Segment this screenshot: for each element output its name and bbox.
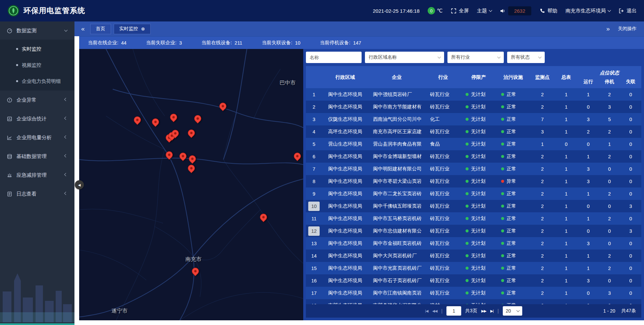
map[interactable]: 巴中市 南充市 遂宁市 ◀ [79,49,303,320]
close-operations-button[interactable]: 关闭操作 [618,26,637,32]
table-row[interactable]: 5 营山生态环境局 营山县润丰肉食品有限 食品 无计划 [306,138,641,150]
table-row[interactable]: 17 阆中生态环境局 阆中市江南镇阆南页岩 砖瓦行业 无计划 [306,287,641,299]
first-page-button[interactable]: |◀ [425,309,428,313]
sidebar-subitem[interactable]: 企业电力负荷明细 [0,73,74,89]
sidebar-item-logs[interactable]: 日志查看 [0,184,74,203]
cell-monitor-count: 2 [530,92,555,97]
header-company: 企业 [368,66,425,88]
page-input[interactable]: 1 [446,306,461,316]
stat-value: 10 [295,40,300,46]
cell-run-count: 3 [578,166,599,172]
table-row[interactable]: 13 阆中生态环境局 阆中市金福旺页岩机砖 砖瓦行业 无计划 [306,237,641,250]
table-row[interactable]: 9 阆中生态环境局 阆中市二龙长宝页岩砖 砖瓦行业 无计划 [306,187,641,200]
table-row[interactable]: 2 阆中生态环境局 阆中市南方节能建材有 砖瓦行业 无计划 [306,101,641,113]
table-row[interactable]: 15 阆中生态环境局 阆中市光富页岩机砖厂 砖瓦行业 无计划 [306,262,641,274]
alert-circle-icon [7,97,12,103]
table-row[interactable]: 1 阆中生态环境局 阆中强锐页岩砖厂 砖瓦行业 无计划 [306,88,641,101]
table-row[interactable]: 4 高坪生态环境局 南充市高坪区王家店建 砖瓦行业 无计划 [306,125,641,138]
scroll-tabs-right-button[interactable]: » [603,25,612,33]
name-filter-input[interactable] [306,52,362,63]
sidebar-submenu: 实时监控 视频监控 企业电力负荷明细 [0,40,74,91]
header-point-status-group: 点位状态 运行 停机 失联 [578,66,641,88]
sidebar-item-emergency[interactable]: 应急减排管理 [0,166,74,184]
sidebar-item-data-monitoring[interactable]: 数据监测 [0,21,74,40]
theme-dropdown[interactable]: 主题 [477,8,492,14]
sidebar-item-power-analysis[interactable]: 企业用电量分析 [0,128,74,147]
sewage-status-dot [501,279,504,282]
cell-stop-count: 3 [599,104,620,110]
logout-icon [619,8,624,14]
map-pin[interactable] [194,115,202,123]
table-row[interactable]: 16 阆中生态环境局 阆中市石子页岩机砖厂 砖瓦行业 无计划 [306,274,641,287]
next-page-button[interactable]: ▶▶ [481,309,486,313]
table-row[interactable]: 8 阆中生态环境局 阆中市枣碧大梁山页岩 砖瓦行业 无计划 [306,175,641,187]
cell-sewage-status: 异常 [496,178,530,184]
fullscreen-button[interactable]: 全屏 [451,8,469,14]
table-row[interactable]: 11 阆中生态环境局 阆中市五马桥页岩机砖 砖瓦行业 无计划 [306,212,641,225]
cell-industry: 砖瓦行业 [425,203,461,209]
table-row[interactable]: 10 阆中生态环境局 阆中千佛镇五郎垭页岩 砖瓦行业 无计划 [306,200,641,212]
map-pin[interactable] [189,155,196,163]
tab-home[interactable]: 首页 [90,24,111,34]
collapse-map-button[interactable]: ◀ [75,180,84,189]
sewage-status-dot [501,105,504,108]
map-pin-icon [292,151,302,161]
cell-stop-count: 3 [599,290,620,296]
map-pin[interactable] [166,151,173,159]
tab-realtime-monitor[interactable]: 实时监控 ⊗ [114,24,151,34]
map-pin[interactable] [152,118,159,126]
table-row[interactable]: 18 南部生态环境局 南部县瑞华水泥有限公 建材 无计划 [306,299,641,304]
database-icon [7,154,12,159]
map-pin[interactable] [188,165,195,173]
chevron-left-icon: ◀ [78,183,81,186]
cell-monitor-count: 2 [530,278,555,283]
map-pin[interactable] [260,214,267,222]
logout-button[interactable]: 退出 [619,8,637,14]
map-pin-icon [187,154,198,164]
point-status-group-title: 点位状态 [578,70,641,76]
map-roads [79,49,303,320]
sidebar-subitem[interactable]: 视频监控 [0,57,74,73]
org-dropdown[interactable]: 南充市生态环境局 [566,8,610,14]
table-row[interactable]: 7 阆中生态环境局 阆中明阳建材有限公司 砖瓦行业 无计划 [306,163,641,175]
map-pin[interactable] [192,268,199,276]
header-sewage: 治污设施 [496,66,530,88]
help-button[interactable]: 帮助 [539,8,557,14]
cell-region: 阆中生态环境局 [322,91,368,98]
sewage-status-dot [501,254,504,257]
map-pin[interactable] [170,114,177,122]
table-row[interactable]: 3 仪陇生态环境局 西南油气田分公司川中 化工 无计划 [306,113,641,125]
stats-icon [7,116,12,122]
chevron-left-icon [64,98,68,101]
sidebar-item-company-statistics[interactable]: 企业综合统计 [0,109,74,128]
map-pin[interactable] [134,116,141,124]
row-index: 6 [308,152,320,161]
pagination-summary: 1 - 20 共47条 [603,308,636,314]
map-pin[interactable] [172,130,179,138]
cell-company: 阆中市金博瑞新型墙材 [368,153,425,160]
close-icon[interactable]: ⊗ [141,26,145,31]
map-pin[interactable] [219,103,227,111]
cell-company: 阆中市枣碧大梁山页岩 [368,178,425,184]
industry-filter-select[interactable]: 所有行业 [447,52,504,63]
map-pin[interactable] [188,129,195,138]
scroll-tabs-left-button[interactable]: « [78,25,88,33]
sidebar-item-base-data[interactable]: 基础数据管理 [0,147,74,166]
region-filter-select[interactable]: 行政区域名称 [365,52,444,63]
status-filter-select[interactable]: 所有状态 [507,52,545,63]
chevron-left-icon [64,154,68,157]
map-pin[interactable] [179,153,187,161]
last-page-button[interactable]: ▶| [490,309,493,313]
table-row[interactable]: 6 阆中生态环境局 阆中市金博瑞新型墙材 砖瓦行业 无计划 [306,150,641,163]
sidebar-subitem[interactable]: 实时监控 [0,41,74,57]
prev-page-button[interactable]: ◀◀ [432,309,437,313]
cell-stop-count: 0 [599,241,620,246]
table-row[interactable]: 12 阆中生态环境局 阆中市忠信建材有限公 砖瓦行业 无计划 [306,225,641,237]
map-pin[interactable] [294,153,301,161]
notification-button[interactable]: 2632 [500,6,531,15]
page-size-select[interactable]: 20 [503,306,522,316]
table-row[interactable]: 14 阆中生态环境局 阆中大兴页岩机砖厂 砖瓦行业 无计划 [306,250,641,262]
cell-stop-count: 2 [599,266,620,271]
sidebar-item-company-abnormal[interactable]: 企业异常 [0,91,74,109]
cell-sewage-status: 正常 [496,104,530,110]
